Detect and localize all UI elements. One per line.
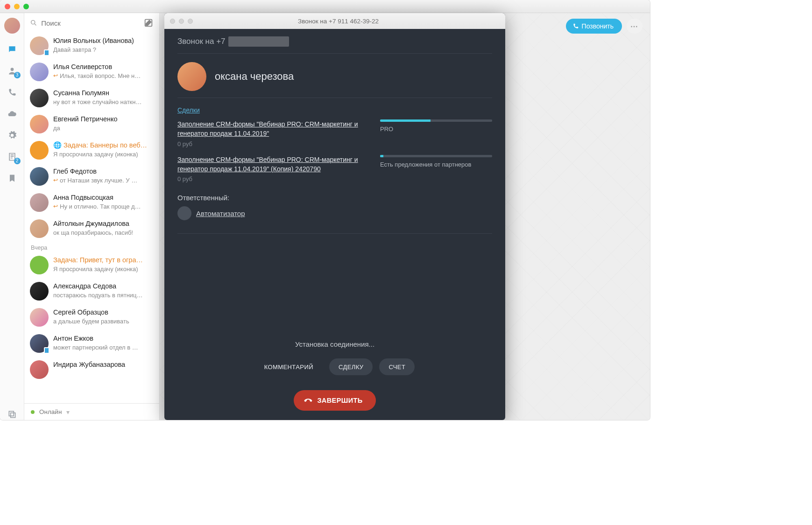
responsible-label: Ответственный:: [177, 194, 492, 202]
more-button[interactable]: ⋯: [627, 19, 643, 34]
chat-name: Александра Седова: [53, 282, 154, 291]
responsible-name[interactable]: Автоматизатор: [196, 210, 245, 217]
chat-name: Айтолкын Джумадилова: [53, 219, 154, 229]
search-row: [24, 13, 159, 33]
chat-list[interactable]: Юлия Вольных (Иванова) Давай завтра ? Ил…: [24, 33, 159, 403]
notes-icon[interactable]: 2: [7, 151, 18, 162]
deal-progress: [380, 119, 492, 122]
deals-list: Заполнение CRM-формы "Вебинар PRO: CRM-м…: [177, 119, 492, 190]
chat-item[interactable]: Задача: Привет, тут в огра… Я просрочила…: [24, 252, 159, 278]
call-window-titlebar: Звонок на +7 911 462-39-22: [164, 13, 505, 29]
status-chevron-icon[interactable]: ▾: [66, 408, 70, 416]
chat-avatar: [30, 219, 49, 238]
chat-name: Илья Селиверстов: [53, 63, 154, 72]
responsible-row: Автоматизатор: [177, 206, 492, 220]
search-icon: [30, 19, 37, 27]
call-close-icon[interactable]: [170, 19, 175, 24]
chat-avatar: [30, 36, 49, 55]
chat-avatar: [30, 282, 49, 301]
status-label: Онлайн: [39, 408, 62, 415]
chat-name: 🌐 Задача: Баннеры по веб…: [53, 141, 154, 150]
window-close-icon[interactable]: [5, 4, 10, 9]
chat-item[interactable]: Айтолкын Джумадилова ок ща поразбираюсь,…: [24, 216, 159, 242]
chat-name: Глеб Федотов: [53, 167, 154, 176]
reply-icon: ↩: [53, 176, 58, 184]
current-user-avatar[interactable]: [4, 18, 20, 34]
app-body: 3 2: [0, 13, 650, 420]
chat-avatar: [30, 115, 49, 133]
chat-item[interactable]: Сергей Образцов а дальше будем развивать: [24, 304, 159, 330]
chat-preview: ↩ от Наташи звук лучше. У …: [53, 176, 154, 185]
search-input[interactable]: [41, 19, 139, 27]
chat-preview: может партнерский отдел в …: [53, 343, 154, 352]
chat-item[interactable]: Илья Селиверстов ↩ Илья, такой вопрос. М…: [24, 59, 159, 85]
chat-preview: постараюсь подуать в пятниц…: [53, 291, 154, 300]
chat-item[interactable]: Анна Подвысоцкая ↩ Ну и отлично. Так про…: [24, 189, 159, 216]
svg-rect-0: [9, 411, 14, 416]
bookmarks-icon[interactable]: [7, 173, 18, 184]
chat-name: Сусанна Гюлумян: [53, 89, 154, 98]
status-bar: Онлайн ▾: [24, 403, 159, 420]
chat-name: Юлия Вольных (Иванова): [53, 36, 154, 46]
deal-title[interactable]: Заполнение CRM-формы "Вебинар PRO: CRM-м…: [177, 119, 368, 139]
chat-avatar: [30, 334, 49, 353]
deal-stage: PRO: [380, 126, 492, 133]
deal-progress: [380, 155, 492, 157]
deal-stage: Есть предложения от партнеров: [380, 161, 492, 168]
chat-name: Анна Подвысоцкая: [53, 193, 154, 203]
cloud-icon[interactable]: [7, 108, 18, 119]
mobile-badge-icon: [44, 49, 49, 56]
chat-item[interactable]: 🌐 Задача: Баннеры по веб… Я просрочила з…: [24, 137, 159, 163]
deal-button[interactable]: СДЕЛКУ: [329, 358, 373, 375]
topbar-right: Позвонить ⋯: [566, 19, 643, 34]
chats-icon[interactable]: [7, 44, 18, 55]
app-window: 3 2: [0, 0, 650, 420]
chat-item[interactable]: Глеб Федотов ↩ от Наташи звук лучше. У …: [24, 163, 159, 189]
mac-titlebar: [0, 0, 650, 13]
end-call-button[interactable]: ЗАВЕРШИТЬ: [294, 390, 375, 411]
deal-title[interactable]: Заполнение CRM-формы "Вебинар PRO: CRM-м…: [177, 155, 368, 174]
chat-item[interactable]: Евгений Петриченко да: [24, 111, 159, 137]
window-zoom-icon[interactable]: [23, 4, 29, 9]
chat-item[interactable]: Александра Седова постараюсь подуать в п…: [24, 278, 159, 304]
chat-preview: да: [53, 124, 154, 133]
deal-item: Заполнение CRM-формы "Вебинар PRO: CRM-м…: [177, 155, 492, 183]
mobile-badge-icon: [44, 347, 49, 354]
contacts-icon[interactable]: 3: [7, 65, 18, 77]
settings-icon[interactable]: [7, 130, 18, 141]
chat-name: Задача: Привет, тут в огра…: [53, 256, 154, 265]
chat-item[interactable]: Индира Жубаназарова: [24, 357, 159, 383]
chat-preview: Я просрочила задачу (иконка): [53, 265, 154, 273]
chat-avatar: [30, 193, 49, 212]
status-dot-icon: [31, 410, 35, 414]
chat-preview: ↩ Ну и отлично. Так проще д…: [53, 203, 154, 211]
chat-avatar: [30, 167, 49, 186]
reply-icon: ↩: [53, 203, 58, 210]
section-label: Вчера: [24, 242, 159, 252]
redacted-number: [228, 36, 289, 47]
compose-button[interactable]: [143, 18, 154, 28]
call-button[interactable]: Позвонить: [566, 19, 622, 34]
chat-avatar: [30, 89, 49, 107]
call-window: Звонок на +7 911 462-39-22 Звонок на +7 …: [164, 13, 505, 420]
chat-item[interactable]: Юлия Вольных (Иванова) Давай завтра ?: [24, 33, 159, 59]
chat-item[interactable]: Сусанна Гюлумян ну вот я тоже случайно н…: [24, 85, 159, 111]
chat-preview: а дальше будем развивать: [53, 317, 154, 326]
calls-icon[interactable]: [7, 87, 18, 98]
comment-button[interactable]: КОММЕНТАРИЙ: [255, 358, 323, 375]
window-minimize-icon[interactable]: [14, 4, 20, 9]
divider: [177, 53, 492, 54]
globe-icon: 🌐: [53, 141, 64, 149]
invoice-button[interactable]: СЧЕТ: [379, 358, 415, 375]
copy-icon[interactable]: [7, 409, 18, 420]
end-call-label: ЗАВЕРШИТЬ: [317, 397, 362, 404]
chat-avatar: [30, 256, 49, 274]
chat-avatar: [30, 360, 49, 379]
chat-preview: ↩ Илья, такой вопрос. Мне н…: [53, 72, 154, 80]
search-box[interactable]: [30, 19, 139, 27]
chat-item[interactable]: Антон Ежков может партнерский отдел в …: [24, 330, 159, 357]
call-heading: Звонок на +7: [177, 36, 492, 47]
reply-icon: ↩: [53, 72, 58, 79]
deals-heading[interactable]: Сделки: [177, 106, 492, 114]
deal-price: 0 руб: [177, 140, 368, 147]
